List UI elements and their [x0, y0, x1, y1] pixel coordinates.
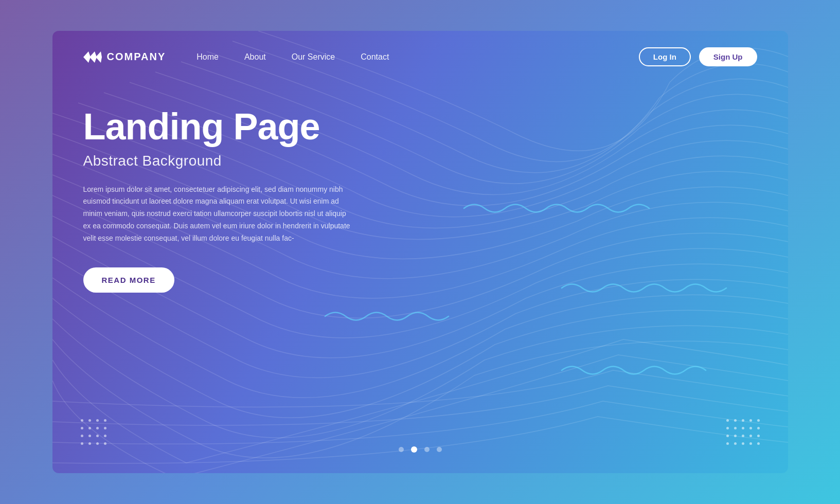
dot-grid-right — [726, 419, 760, 445]
nav-service[interactable]: Our Service — [292, 52, 335, 62]
dot — [749, 427, 752, 429]
hero-body-text: Lorem ipsum dolor sit amet, consectetuer… — [83, 184, 351, 245]
dot — [749, 419, 752, 422]
svg-marker-0 — [83, 51, 91, 63]
signup-button[interactable]: Sign Up — [699, 47, 757, 66]
dot — [726, 419, 729, 422]
dot — [88, 442, 91, 445]
dot — [734, 419, 737, 422]
hero-section: Landing Page Abstract Background Lorem i… — [52, 77, 402, 293]
dot — [104, 442, 106, 445]
dot — [726, 435, 729, 437]
dot — [757, 435, 760, 437]
svg-marker-1 — [90, 51, 97, 63]
nav-home[interactable]: Home — [196, 52, 219, 62]
dot — [96, 435, 99, 437]
hero-subtitle: Abstract Background — [83, 153, 371, 169]
dot — [104, 427, 106, 429]
nav-about[interactable]: About — [244, 52, 266, 62]
dot — [104, 419, 106, 422]
nav-actions: Log In Sign Up — [639, 47, 757, 66]
logo-text: COMPANY — [107, 51, 166, 63]
logo-area[interactable]: COMPANY — [83, 50, 166, 64]
nav-contact[interactable]: Contact — [361, 52, 389, 62]
dot — [734, 427, 737, 429]
pagination — [399, 446, 442, 453]
page-wrapper: COMPANY Home About Our Service Contact L… — [52, 31, 788, 473]
logo-icon — [83, 50, 102, 64]
login-button[interactable]: Log In — [639, 47, 691, 66]
dot — [742, 419, 744, 422]
dot — [88, 435, 91, 437]
dot — [81, 419, 83, 422]
dot — [96, 442, 99, 445]
dot — [757, 419, 760, 422]
dot — [734, 435, 737, 437]
pagination-dot-3[interactable] — [424, 447, 430, 452]
dot — [726, 442, 729, 445]
read-more-button[interactable]: READ MORE — [83, 267, 174, 293]
dot — [88, 427, 91, 429]
dot — [96, 427, 99, 429]
navbar: COMPANY Home About Our Service Contact L… — [52, 31, 788, 77]
dot — [81, 442, 83, 445]
dot — [96, 419, 99, 422]
dot — [104, 435, 106, 437]
dot — [742, 442, 744, 445]
dot — [88, 419, 91, 422]
pagination-dot-2[interactable] — [411, 446, 417, 453]
dot — [749, 435, 752, 437]
nav-links: Home About Our Service Contact — [196, 52, 639, 62]
dot — [726, 427, 729, 429]
dot — [742, 427, 744, 429]
dot — [81, 427, 83, 429]
hero-title: Landing Page — [83, 107, 371, 147]
svg-marker-2 — [96, 51, 102, 63]
dot-grid-left — [81, 419, 106, 445]
dot — [757, 427, 760, 429]
dot — [757, 442, 760, 445]
pagination-dot-1[interactable] — [399, 447, 404, 452]
dot — [742, 435, 744, 437]
dot — [81, 435, 83, 437]
pagination-dot-4[interactable] — [437, 447, 442, 452]
dot — [749, 442, 752, 445]
dot — [734, 442, 737, 445]
